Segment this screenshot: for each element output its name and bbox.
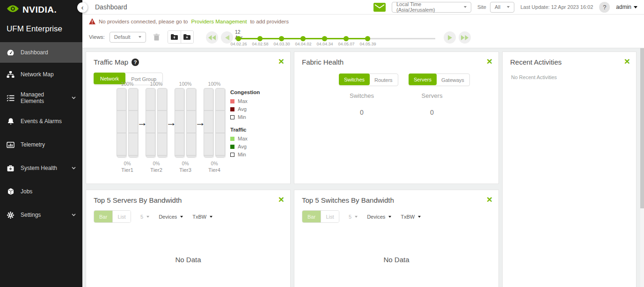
tier-name: Tier4	[201, 167, 227, 173]
add-view-button[interactable]	[181, 31, 193, 43]
congestion-legend-title: Congestion	[230, 89, 260, 95]
tier-max-label: 100%	[143, 81, 169, 87]
help-icon[interactable]: ?	[599, 2, 610, 13]
close-icon[interactable]: ×	[487, 194, 492, 204]
chevron-down-icon	[388, 216, 391, 218]
chevron-down-icon	[72, 167, 76, 169]
timeline-tick-label: 04.05.39	[355, 42, 381, 46]
recent-activities-title: Recent Activities	[510, 58, 562, 66]
scrollbar-thumb[interactable]	[640, 48, 644, 208]
traffic-max-swatch	[230, 137, 234, 141]
sidebar-item-jobs[interactable]: Jobs	[0, 180, 82, 203]
product-name: UFM Enterprise	[0, 15, 82, 41]
warning-icon	[89, 18, 95, 24]
timezone-value: Local Time (Asia/Jerusalem)	[396, 1, 460, 13]
bar-chart-icon	[7, 141, 15, 149]
tier-bar[interactable]	[204, 88, 213, 157]
sidebar-item-network-map[interactable]: Network Map	[0, 63, 82, 86]
scrollbar[interactable]	[640, 48, 644, 287]
legend-label: Min	[238, 114, 246, 120]
sidebar-nav: Dashboard Network Map Managed Elements E…	[0, 42, 82, 227]
close-icon[interactable]: ×	[278, 194, 284, 204]
sidebar-collapse-button[interactable]: ‹	[77, 2, 88, 13]
timeline-dot[interactable]	[279, 36, 284, 41]
sidebar-item-system-health[interactable]: System Health	[0, 156, 82, 180]
tier-min-label: 0%	[114, 161, 140, 166]
user-menu[interactable]: admin	[616, 4, 637, 10]
view-select[interactable]: Default	[110, 32, 146, 43]
tier-bar[interactable]	[215, 88, 225, 157]
bar-view-button[interactable]: Bar	[94, 211, 112, 222]
timeline-dot[interactable]	[300, 36, 306, 41]
sidebar-item-dashboard[interactable]: Dashboard	[0, 42, 82, 63]
stat-value: 0	[404, 109, 460, 116]
sidebar-item-label: Network Map	[21, 71, 54, 78]
devices-select[interactable]: Devices	[367, 214, 391, 220]
timeline-dot[interactable]	[257, 36, 263, 41]
close-icon[interactable]: ×	[624, 56, 630, 66]
site-value: All	[495, 4, 500, 10]
fabric-health-title: Fabric Health	[302, 58, 344, 66]
save-view-button[interactable]	[168, 31, 181, 43]
tier-bar[interactable]	[117, 88, 126, 157]
tier-name: Tier1	[114, 167, 140, 173]
count-select[interactable]: 5	[349, 214, 358, 220]
bar-view-button[interactable]: Bar	[302, 211, 321, 222]
devices-value: Devices	[159, 214, 177, 220]
servers-gateways-toggle: Servers Gateways	[409, 74, 470, 86]
count-select[interactable]: 5	[140, 214, 149, 220]
panel-traffic-map: Traffic Map ? × Network Port Group 100% …	[86, 52, 291, 184]
count-value: 5	[349, 214, 351, 220]
toggle-routers[interactable]: Routers	[369, 74, 398, 86]
timeline-dot[interactable]	[365, 36, 370, 41]
sidebar-item-events-alarms[interactable]: Events & Alarms	[0, 110, 82, 133]
sidebar-item-managed-elements[interactable]: Managed Elements	[0, 86, 82, 110]
checklist-icon	[7, 94, 15, 102]
delete-view-button[interactable]	[151, 31, 163, 43]
timeline-step-forward-button[interactable]	[444, 31, 456, 44]
panel-title: Recent Activities	[510, 58, 562, 66]
timeline-dot[interactable]	[236, 36, 241, 41]
chevron-down-icon	[355, 216, 358, 218]
toggle-switches[interactable]: Switches	[339, 74, 370, 85]
gauge-icon	[7, 49, 15, 57]
congestion-max-swatch	[230, 99, 234, 103]
tier-min-label: 0%	[143, 161, 169, 166]
close-icon[interactable]: ×	[487, 56, 492, 66]
timeline-dot[interactable]	[322, 36, 327, 41]
legend-item: Min	[230, 152, 260, 157]
panel-top-servers: Top 5 Servers By Bandwidth × Bar List 5 …	[86, 190, 291, 287]
mail-icon[interactable]	[373, 3, 386, 12]
devices-select[interactable]: Devices	[159, 214, 183, 220]
timezone-select[interactable]: Local Time (Asia/Jerusalem)	[392, 2, 471, 13]
close-icon[interactable]: ×	[278, 56, 284, 66]
topbar-right: Local Time (Asia/Jerusalem) Site All Las…	[373, 2, 644, 13]
help-icon[interactable]: ?	[132, 59, 139, 66]
list-view-button[interactable]: List	[112, 211, 131, 222]
timeline-forward-fast-button[interactable]	[459, 31, 471, 44]
toggle-servers[interactable]: Servers	[409, 74, 437, 85]
switches-routers-toggle: Switches Routers	[339, 74, 398, 86]
chevron-down-icon	[72, 96, 76, 99]
metric-select[interactable]: TxBW	[401, 214, 421, 220]
site-select[interactable]: All	[490, 2, 514, 13]
nvidia-eye-icon	[7, 4, 19, 15]
top-switches-toolbar: Bar List 5 Devices TxBW	[302, 210, 421, 223]
sidebar-item-settings[interactable]: Settings	[0, 203, 82, 227]
stat-label: Servers	[404, 92, 460, 99]
congestion-min-swatch	[230, 115, 234, 119]
metric-select[interactable]: TxBW	[192, 214, 212, 220]
bar-list-toggle: Bar List	[302, 210, 339, 223]
sidebar-item-telemetry[interactable]: Telemetry	[0, 133, 82, 156]
toggle-gateways[interactable]: Gateways	[436, 74, 469, 86]
nvidia-wordmark: NVIDIA.	[22, 5, 57, 15]
tier-bar[interactable]	[146, 88, 155, 157]
legend-item: Max	[230, 136, 260, 141]
timeline-dot[interactable]	[344, 36, 349, 41]
bell-icon	[7, 118, 15, 125]
timeline-rewind-fast-button[interactable]	[206, 31, 218, 44]
tier-bar[interactable]	[175, 88, 184, 157]
list-view-button[interactable]: List	[321, 211, 339, 222]
top-servers-toolbar: Bar List 5 Devices TxBW	[94, 210, 212, 223]
providers-management-link[interactable]: Providers Management	[191, 19, 247, 24]
